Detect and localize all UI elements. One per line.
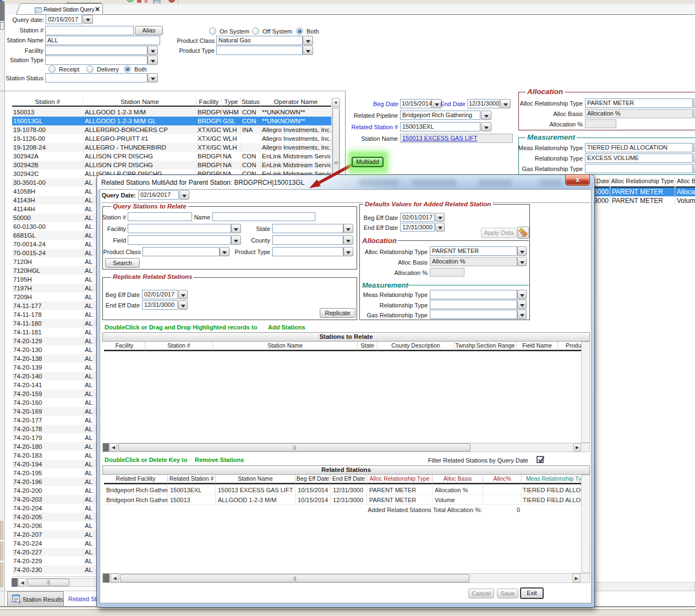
dlg-county-label: County: [171, 237, 270, 244]
allocation-section-line: [398, 240, 529, 241]
def-alloc-basis-dropdown[interactable]: [517, 257, 527, 266]
rs-col-alloc-rel-type[interactable]: Alloc Relationship Type: [367, 475, 433, 484]
def-gas-rel-type-input[interactable]: [430, 310, 517, 319]
thumb-gripper: [293, 576, 296, 581]
str-col-station-num[interactable]: Station #: [145, 342, 213, 351]
dlg-state-label: State: [171, 226, 270, 232]
rs-col-alloc-pct[interactable]: Alloc%: [483, 475, 522, 484]
cell-related-facility: Bridgeport Rich Gathering: [104, 485, 168, 495]
dlg-county-dropdown[interactable]: [343, 235, 353, 245]
rs-col-alloc-basis[interactable]: Alloc Basis: [433, 475, 483, 484]
str-col-field-name[interactable]: Field Name: [517, 342, 558, 351]
str-col-station-name[interactable]: Station Name: [213, 342, 358, 351]
def-end-label: End Eff Date: [299, 224, 398, 231]
multiadd-dialog: Related Stations MultiAdd for Parent Sta…: [97, 175, 594, 607]
cell-related-facility: Bridgeport Rich Gathering: [104, 495, 168, 505]
dlg-query-date-dropdown[interactable]: [179, 190, 189, 200]
stations-to-relate-header: Facility Station # Station Name State Co…: [104, 342, 581, 351]
search-button[interactable]: Search: [105, 258, 140, 268]
rs-col-station-name[interactable]: Station Name: [216, 475, 295, 484]
rep-beg-dropdown[interactable]: [178, 290, 188, 299]
def-alloc-basis-input[interactable]: Allocation %: [430, 257, 517, 266]
multiadd-button[interactable]: Multiadd: [352, 157, 384, 167]
def-meas-rel-type-dropdown[interactable]: [517, 290, 527, 299]
def-gas-rel-type-dropdown[interactable]: [517, 310, 527, 319]
def-rel-type-input[interactable]: [430, 300, 517, 309]
rs-col-facility[interactable]: Related Facility: [104, 475, 168, 484]
exit-button[interactable]: Exit: [520, 587, 544, 599]
rs-hthumb[interactable]: [120, 574, 469, 582]
def-gas-rel-type-label: Gas Relationship Type: [329, 312, 428, 318]
def-allocation-title: Allocation: [360, 237, 398, 245]
str-col-range[interactable]: Range: [496, 342, 517, 351]
str-col-state[interactable]: State: [358, 342, 377, 351]
cell-alloc-rel-type: PARENT METER: [367, 485, 433, 495]
cell-alloc-pct: [483, 485, 522, 495]
related-stations-rows: Bridgeport Rich Gathering 150013EXL 1500…: [104, 485, 581, 505]
str-col-section[interactable]: Section: [477, 342, 496, 351]
str-scroll-left-icon[interactable]: ◀: [110, 443, 117, 452]
dlg-county-input[interactable]: [272, 235, 343, 245]
def-beg-input[interactable]: 02/01/2017: [400, 213, 435, 222]
rs-scroll-right-icon[interactable]: ▶: [572, 574, 581, 582]
save-button[interactable]: Save: [497, 588, 518, 598]
def-alloc-basis-label: Alloc Basis: [329, 259, 428, 266]
str-vscrollbar[interactable]: [581, 342, 590, 443]
rs-scroll-left-icon[interactable]: ◀: [111, 574, 119, 582]
cell-meas-rel-type: TIERED FIELD ALLOCATION: [522, 485, 581, 495]
related-station-row[interactable]: Bridgeport Rich Gathering 150013EXL 1500…: [104, 485, 581, 495]
cell-end-date: 12/31/3000: [331, 485, 367, 495]
def-meas-rel-type-label: Meas Relationship Type: [329, 292, 428, 298]
rep-end-input[interactable]: 12/31/3000: [142, 300, 178, 310]
related-stations-header: Related Facility Related Station # Stati…: [104, 475, 581, 485]
str-col-facility[interactable]: Facility: [104, 342, 145, 351]
stations-to-relate-caption: Stations to Relate: [102, 332, 590, 342]
dlg-facility-label: Facility: [27, 226, 126, 232]
eraser-icon: [518, 228, 528, 238]
add-stations-action[interactable]: Add Stations: [268, 324, 305, 331]
apply-data-button[interactable]: Apply Data: [481, 228, 517, 238]
str-col-product[interactable]: Product Class: [558, 342, 581, 351]
def-end-input[interactable]: 12/31/3000: [400, 223, 435, 232]
rep-end-label: End Eff Date: [41, 302, 140, 309]
thumb-gripper: [293, 446, 296, 450]
related-station-row[interactable]: Bridgeport Rich Gathering 150013 ALLGOOD…: [104, 495, 581, 505]
cell-related-station-num: 150013: [168, 495, 216, 505]
rs-col-meas-rel-type[interactable]: Meas Relationship Type: [522, 475, 581, 484]
def-alloc-rel-type-input[interactable]: PARENT METER: [430, 246, 517, 256]
cell-alloc-basis: Allocation %: [433, 485, 483, 495]
add-stations-hint: DoubleClick or Drag and Drop Highlighted…: [105, 324, 257, 331]
def-end-dropdown[interactable]: [435, 223, 445, 232]
rep-beg-input[interactable]: 02/01/2017: [142, 290, 178, 299]
rs-vscrollbar[interactable]: [581, 475, 590, 573]
def-meas-rel-type-input[interactable]: [430, 290, 517, 299]
rs-col-beg-date[interactable]: Beg Eff Date: [295, 475, 331, 484]
cell-meas-rel-type: TIERED FIELD ALLOCATION: [522, 495, 581, 505]
str-col-twnshp[interactable]: Twnshp: [455, 342, 477, 351]
def-rel-type-dropdown[interactable]: [517, 300, 527, 309]
def-alloc-pct-input[interactable]: [430, 268, 464, 277]
str-scroll-right-icon[interactable]: ▶: [573, 443, 581, 452]
dlg-query-date-input[interactable]: 02/16/2017: [138, 190, 179, 200]
eraser-button[interactable]: [517, 227, 529, 239]
rs-col-station-num[interactable]: Related Station #: [168, 475, 216, 484]
dlg-product-type-label: Product Type: [171, 249, 270, 255]
dlg-product-class-label: Product Class: [42, 249, 141, 255]
str-col-county[interactable]: County Description: [377, 342, 455, 351]
def-alloc-rel-type-dropdown[interactable]: [517, 246, 527, 256]
str-hthumb[interactable]: [118, 443, 470, 452]
dialog-content: Query Date: 02/16/2017 Query Stations to…: [0, 0, 695, 616]
total-allocation-value: 0: [489, 507, 520, 513]
cancel-button[interactable]: Cancel: [468, 588, 494, 598]
total-allocation-label: Added Related Stations Total Allocation …: [330, 507, 482, 513]
cell-end-date: 12/31/3000: [331, 495, 367, 505]
filter-checkbox[interactable]: [537, 456, 544, 463]
remove-stations-action[interactable]: Remove Stations: [195, 457, 244, 463]
def-measurement-title: Measurement: [360, 281, 410, 289]
def-beg-dropdown[interactable]: [435, 213, 445, 222]
rep-end-dropdown[interactable]: [178, 300, 188, 310]
filter-label: Filter Related Stations by Query Date: [418, 457, 528, 464]
replicate-group: [102, 277, 357, 320]
cell-station-name: ALLGOOD 1-2-3 M/M: [216, 495, 295, 505]
rs-col-end-date[interactable]: End Eff Date: [331, 475, 367, 484]
